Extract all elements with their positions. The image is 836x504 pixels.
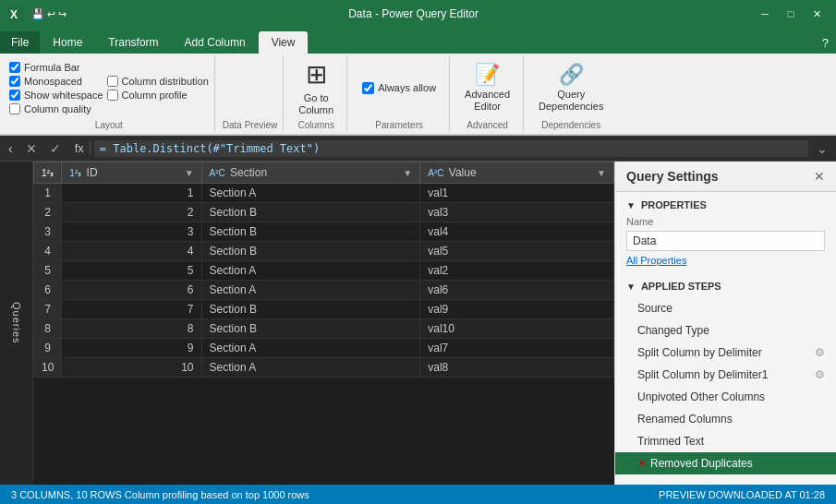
qs-close-button[interactable]: ✕	[814, 169, 825, 184]
monospaced-check[interactable]: Monospaced	[9, 76, 103, 87]
cell-value: val9	[420, 300, 614, 319]
cell-id: 9	[62, 339, 201, 358]
step-label: Source	[637, 302, 672, 315]
cell-value: val5	[420, 242, 614, 261]
qs-step[interactable]: Renamed Columns	[615, 408, 836, 430]
always-allow-check[interactable]: Always allow	[362, 82, 436, 94]
tab-transform[interactable]: Transform	[95, 31, 171, 54]
cell-id: 3	[62, 222, 201, 242]
qs-step[interactable]: Split Column by Delimiter1⚙	[615, 364, 836, 386]
table-row: 1 1 Section A val1	[34, 184, 614, 203]
query-settings-panel: Query Settings ✕ ▼ PROPERTIES Name All P…	[614, 162, 836, 485]
tab-view[interactable]: View	[259, 31, 309, 54]
row-num-cell: 2	[34, 203, 62, 222]
cell-id: 10	[62, 358, 201, 378]
qs-header: Query Settings ✕	[615, 162, 836, 192]
layout-checks2: Column distribution Column profile	[107, 76, 209, 101]
grid-body: 1 1 Section A val1 2 2 Section B val3 3 …	[34, 184, 614, 378]
dependencies-group-label: Dependencies	[531, 118, 611, 130]
cell-value: val10	[420, 319, 614, 339]
qs-step[interactable]: Unpivoted Other Columns	[615, 386, 836, 408]
qs-step[interactable]: Trimmed Text	[615, 430, 836, 452]
ribbon-group-dependencies: 🔗 QueryDependencies Dependencies	[526, 55, 616, 132]
table-row: 3 3 Section B val4	[34, 222, 614, 242]
data-preview-label: Data Preview	[223, 118, 277, 130]
cell-id: 8	[62, 319, 201, 339]
cell-section: Section B	[201, 242, 420, 261]
qs-name-input[interactable]	[626, 231, 825, 251]
formula-cancel-button[interactable]: ✕	[21, 139, 42, 158]
tab-file[interactable]: File	[0, 31, 40, 54]
qs-properties-label: PROPERTIES	[641, 199, 707, 210]
col-header-value: A²C Value ▼	[420, 162, 614, 184]
cell-id: 1	[62, 184, 201, 203]
go-to-column-icon: ⊞	[306, 59, 327, 90]
qs-step[interactable]: Changed Type	[615, 319, 836, 342]
cell-value: val2	[420, 261, 614, 281]
qs-step[interactable]: ✕ Removed Duplicates	[615, 452, 836, 474]
row-num-cell: 4	[34, 242, 62, 261]
parameters-group-label: Parameters	[355, 118, 443, 130]
qs-properties-header: ▼ PROPERTIES	[615, 192, 836, 214]
columns-content: ⊞ Go toColumn	[291, 57, 341, 118]
row-num-cell: 7	[34, 300, 62, 319]
table-row: 5 5 Section A val2	[34, 261, 614, 281]
step-label: Split Column by Delimiter1	[637, 368, 768, 381]
nav-back-button[interactable]: ‹	[4, 139, 18, 158]
minimize-button[interactable]: ─	[753, 5, 777, 23]
data-table: 1²₃ 1²₃ ID ▼ A²C Section ▼	[33, 162, 614, 378]
column-profile-check[interactable]: Column profile	[107, 90, 209, 101]
cell-value: val6	[420, 281, 614, 300]
close-button[interactable]: ✕	[805, 5, 829, 23]
column-distribution-check[interactable]: Column distribution	[107, 76, 209, 87]
parameters-content: Always allow	[355, 57, 443, 118]
cell-value: val4	[420, 222, 614, 242]
formula-input[interactable]	[94, 140, 808, 157]
section-filter-button[interactable]: ▼	[403, 168, 412, 178]
formula-fx-label: fx	[69, 141, 91, 155]
formula-expand-button[interactable]: ⌄	[812, 139, 832, 158]
qs-all-properties-link[interactable]: All Properties	[615, 253, 836, 273]
qs-applied-steps-label: APPLIED STEPS	[641, 281, 721, 292]
tab-home[interactable]: Home	[40, 31, 95, 54]
data-grid: 1²₃ 1²₃ ID ▼ A²C Section ▼	[33, 162, 614, 485]
cell-id: 6	[62, 281, 201, 300]
queries-sidebar[interactable]: Queries	[0, 162, 33, 485]
col-header-section: A²C Section ▼	[201, 162, 420, 184]
step-gear-icon[interactable]: ⚙	[815, 368, 825, 381]
cell-section: Section B	[201, 222, 420, 242]
cell-section: Section A	[201, 184, 420, 203]
table-row: 7 7 Section B val9	[34, 300, 614, 319]
maximize-button[interactable]: □	[779, 5, 803, 23]
column-quality-check[interactable]: Column quality	[9, 103, 103, 114]
formula-confirm-button[interactable]: ✓	[45, 139, 66, 158]
formula-bar-check[interactable]: Formula Bar	[9, 62, 103, 73]
query-dependencies-icon: 🔗	[559, 63, 584, 87]
advanced-editor-icon: 📝	[475, 63, 500, 87]
qs-step[interactable]: Split Column by Delimiter⚙	[615, 342, 836, 364]
tab-add-column[interactable]: Add Column	[172, 31, 259, 54]
qs-applied-steps-header: ▼ APPLIED STEPS	[615, 273, 836, 295]
qs-step[interactable]: Source	[615, 297, 836, 319]
cell-section: Section A	[201, 281, 420, 300]
table-row: 4 4 Section B val5	[34, 242, 614, 261]
show-whitespace-check[interactable]: Show whitespace	[9, 90, 103, 101]
row-num-icon: 1²₃	[42, 168, 54, 178]
row-num-cell: 6	[34, 281, 62, 300]
cell-section: Section B	[201, 203, 420, 222]
row-num-cell: 1	[34, 184, 62, 203]
step-label: Removed Duplicates	[650, 457, 753, 470]
table-row: 10 10 Section A val8	[34, 358, 614, 378]
status-bar: 3 COLUMNS, 10 ROWS Column profiling base…	[0, 485, 836, 504]
advanced-editor-button[interactable]: 📝 AdvancedEditor	[457, 58, 517, 117]
table-row: 8 8 Section B val10	[34, 319, 614, 339]
id-filter-button[interactable]: ▼	[185, 168, 194, 178]
value-filter-button[interactable]: ▼	[597, 168, 606, 178]
row-num-cell: 5	[34, 261, 62, 281]
cell-id: 5	[62, 261, 201, 281]
app-icon: X	[7, 5, 26, 23]
go-to-column-button[interactable]: ⊞ Go toColumn	[291, 58, 341, 117]
step-gear-icon[interactable]: ⚙	[815, 346, 825, 359]
help-button[interactable]: ?	[815, 32, 836, 54]
query-dependencies-button[interactable]: 🔗 QueryDependencies	[531, 58, 611, 117]
